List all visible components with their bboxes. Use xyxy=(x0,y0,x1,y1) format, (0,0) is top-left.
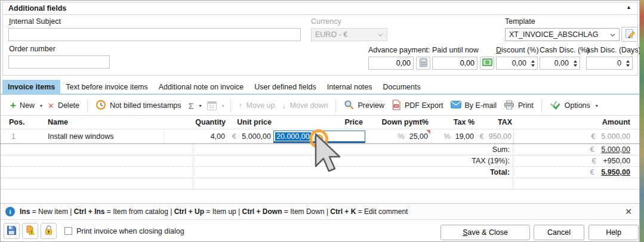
collapse-icon[interactable]: ▲ xyxy=(626,4,631,10)
arrow-up-icon: ↑ xyxy=(239,101,243,110)
template-select[interactable]: XT_INVOICE_ABSCHLAG xyxy=(505,28,620,41)
additional-fields-groupbox: Additional fields ▲ Internal Subject Cur… xyxy=(2,2,638,76)
groupbox-title: Additional fields ▲ xyxy=(3,2,637,15)
header-price: Price xyxy=(273,116,366,129)
print-button[interactable]: Print xyxy=(500,98,537,114)
pencil-icon xyxy=(624,28,636,41)
advance-payment-input[interactable] xyxy=(368,57,414,70)
empty-row xyxy=(1,178,639,190)
cell-down-pymt[interactable]: % 25,00 xyxy=(366,129,432,143)
cell-name[interactable]: Install new windows xyxy=(40,129,164,143)
spinner-down-icon[interactable] xyxy=(531,64,535,67)
cell-note-marker-icon xyxy=(426,130,430,134)
spinner-down-icon[interactable] xyxy=(574,64,577,67)
total-row: Total: €5.950,00 xyxy=(1,167,639,178)
cancel-button[interactable]: Cancel xyxy=(534,225,584,240)
unlock-button[interactable] xyxy=(41,223,57,239)
payments-button[interactable] xyxy=(480,57,494,70)
new-button[interactable]: + New xyxy=(7,99,38,112)
cell-unit-price[interactable]: € 5.000,00 xyxy=(227,129,273,143)
spinner-up-icon[interactable] xyxy=(574,60,577,63)
groupbox-title-text: Additional fields xyxy=(8,4,66,13)
new-dropdown-icon[interactable]: ▾ xyxy=(38,101,44,111)
euro-symbol: € xyxy=(590,145,594,154)
internal-subject-input[interactable] xyxy=(8,28,301,41)
tab-additional-note[interactable]: Additional note on invoice xyxy=(153,80,249,94)
sum-dropdown-icon[interactable]: ▾ xyxy=(198,101,204,111)
euro-symbol: € xyxy=(232,132,236,141)
header-quantity: Quantity xyxy=(164,116,227,129)
chevron-down-icon xyxy=(610,30,615,39)
tab-invoice-items[interactable]: Invoice items xyxy=(2,80,60,94)
selected-text: 20.000,00 xyxy=(275,132,311,141)
tab-bar: Invoice items Text before invoice items … xyxy=(1,79,639,95)
tax-value: +950,00 xyxy=(603,157,630,165)
calendar-dropdown-icon[interactable]: ▾ xyxy=(220,101,226,111)
percent-symbol: % xyxy=(398,132,405,141)
cell-tax-pct[interactable]: % 19,00 xyxy=(432,129,476,143)
clock-icon xyxy=(95,100,106,112)
info-icon: i xyxy=(5,207,15,216)
toolbar-separator xyxy=(541,99,542,112)
price-cell-editor[interactable]: 20.000,00 xyxy=(273,131,365,143)
spinner-up-icon[interactable] xyxy=(531,60,535,63)
save-button[interactable] xyxy=(4,223,20,239)
save-and-close-button[interactable]: Save & Close xyxy=(440,225,530,240)
order-number-label: Order number xyxy=(9,45,56,53)
document-warning-icon xyxy=(25,225,36,237)
tab-user-defined-fields[interactable]: User defined fields xyxy=(249,80,322,94)
invoice-dialog: Additional fields ▲ Internal Subject Cur… xyxy=(0,0,640,242)
tax-row: TAX (19%): €+950,00 xyxy=(1,156,639,167)
header-pos: Pos. xyxy=(1,116,40,129)
pdf-export-button[interactable]: PDF Export xyxy=(388,97,447,114)
sum-button[interactable]: Σ xyxy=(185,98,198,113)
grid-column-divider xyxy=(513,144,513,190)
currency-label: Currency xyxy=(311,17,341,26)
discount-value: 0,00 xyxy=(497,57,528,69)
edit-template-button[interactable] xyxy=(621,27,638,42)
cash-discount-days-spinner[interactable]: 0 xyxy=(586,57,633,70)
internal-subject-label: Internal Subject xyxy=(9,17,61,26)
shortcut-hints: Ins = New item | Ctrl + Ins = Item from … xyxy=(20,207,408,216)
pdf-file-icon xyxy=(392,100,401,112)
spinner-down-icon[interactable] xyxy=(626,64,630,67)
discount-spinner[interactable]: 0,00 xyxy=(496,57,538,70)
delete-button[interactable]: ✕ Delete xyxy=(44,99,83,113)
tab-text-before-invoice-items[interactable]: Text before invoice items xyxy=(60,80,153,94)
printer-icon xyxy=(504,100,514,111)
toolbar-separator xyxy=(335,99,336,112)
document-warning-button[interactable] xyxy=(22,223,38,239)
paid-until-now-input[interactable] xyxy=(432,57,477,70)
sum-label: Sum: xyxy=(1,145,513,154)
cell-quantity[interactable]: 4,00 xyxy=(164,129,227,143)
magnifier-icon xyxy=(344,100,354,111)
cell-tax-amount: € 950,00 xyxy=(476,129,514,143)
spinner-up-icon[interactable] xyxy=(626,60,630,63)
options-dropdown-icon[interactable]: ▾ xyxy=(594,101,600,111)
template-value: XT_INVOICE_ABSCHLAG xyxy=(509,30,610,39)
discount-label: Discount (%) xyxy=(496,46,539,54)
email-button[interactable]: By E-mail xyxy=(447,98,500,113)
grid-column-divider xyxy=(193,144,193,190)
tab-internal-notes[interactable]: Internal notes xyxy=(322,80,378,94)
print-invoice-checkbox-label: Print invoice when closing dialog xyxy=(76,227,184,235)
euro-symbol: € xyxy=(480,132,484,141)
order-number-input[interactable] xyxy=(8,55,110,69)
tab-documents[interactable]: Documents xyxy=(378,80,426,94)
plus-icon: + xyxy=(10,101,16,110)
calculator-button[interactable] xyxy=(416,57,430,70)
total-value: 5.950,00 xyxy=(601,168,630,176)
header-unit-price: Unit price xyxy=(227,116,273,129)
cash-discount-spinner[interactable]: 0,00 xyxy=(540,57,580,70)
arrow-down-icon: ↓ xyxy=(282,101,286,110)
not-billed-timestamps-button[interactable]: Not billed timestamps xyxy=(92,97,185,114)
options-button[interactable]: Options xyxy=(546,97,594,114)
preview-button[interactable]: Preview xyxy=(340,97,387,114)
currency-value: EURO - € xyxy=(315,30,378,39)
toolbar: + New ▾ ✕ Delete Not billed timestamps Σ… xyxy=(1,96,639,116)
help-button[interactable]: Help xyxy=(588,225,639,240)
print-invoice-checkbox[interactable] xyxy=(64,227,72,235)
sum-value: 5.000,00 xyxy=(601,145,630,154)
calendar-icon: 12 xyxy=(207,101,217,110)
close-icon[interactable]: ✕ xyxy=(625,207,632,216)
